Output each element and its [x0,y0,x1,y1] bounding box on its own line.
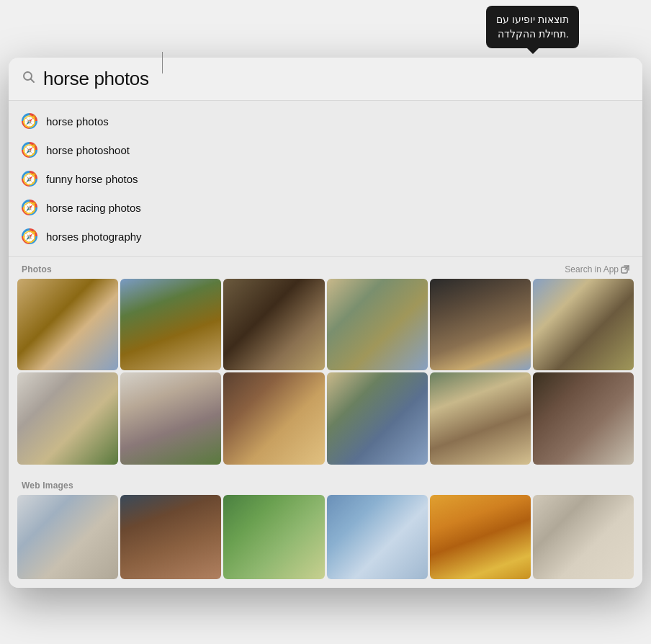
photo-item-12[interactable] [533,372,634,464]
photo-item-4[interactable] [327,279,428,370]
web-images-grid [9,495,642,588]
web-image-2[interactable] [120,495,221,579]
suggestion-item-2[interactable]: horse photoshoot [9,135,642,164]
search-in-app-button[interactable]: Search in App [565,264,629,274]
photos-grid [9,279,642,473]
photo-item-7[interactable] [17,372,118,464]
web-image-4[interactable] [327,495,428,579]
photo-item-1[interactable] [17,279,118,370]
compass-icon-2 [22,142,37,158]
suggestions-list: horse photos horse photoshoot funny hors… [9,101,642,257]
photos-section-label: Photos [22,264,52,274]
search-icon [22,70,36,88]
photos-section-header: Photos Search in App [9,257,642,279]
compass-icon-1 [22,113,37,129]
compass-icon-5 [22,228,37,244]
photo-item-11[interactable] [430,372,531,464]
web-image-3[interactable] [223,495,324,579]
photo-item-8[interactable] [120,372,221,464]
suggestion-text-4: horse racing photos [46,202,141,214]
tooltip-line1: תוצאות יופיעו עם [496,14,569,25]
spotlight-panel: horse photos horse photos horse photosho… [9,58,642,588]
compass-icon-3 [22,171,37,187]
suggestion-text-2: horse photoshoot [46,144,130,156]
web-images-section-header: Web Images [9,473,642,495]
compass-icon-4 [22,200,37,215]
tooltip-pointer-line [162,52,163,73]
photo-item-9[interactable] [223,372,324,464]
tooltip-line2: .תחילת ההקלדה [498,28,569,40]
photo-item-3[interactable] [223,279,324,370]
photo-item-5[interactable] [430,279,531,370]
suggestion-item-1[interactable]: horse photos [9,107,642,135]
search-query-display[interactable]: horse photos [43,68,149,90]
suggestion-text-1: horse photos [46,115,109,128]
tooltip-bubble: תוצאות יופיעו עם .תחילת ההקלדה [486,6,579,48]
suggestion-item-3[interactable]: funny horse photos [9,164,642,193]
search-in-app-label: Search in App [565,264,619,274]
web-image-5[interactable] [430,495,531,579]
suggestion-item-5[interactable]: horses photography [9,222,642,251]
suggestion-item-4[interactable]: horse racing photos [9,193,642,222]
web-image-6[interactable] [533,495,634,579]
photo-item-6[interactable] [533,279,634,370]
suggestion-text-3: funny horse photos [46,173,138,185]
web-image-1[interactable] [17,495,118,579]
web-images-section-label: Web Images [22,480,73,491]
suggestion-text-5: horses photography [46,231,142,243]
photo-item-2[interactable] [120,279,221,370]
external-link-icon [621,265,629,274]
svg-line-1 [31,79,35,83]
search-bar: horse photos [9,58,642,101]
photo-item-10[interactable] [327,372,428,464]
